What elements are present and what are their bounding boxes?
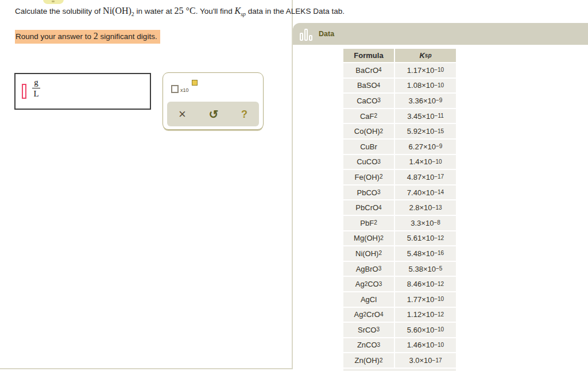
ksp-cell: 7.40×10−14 bbox=[395, 186, 456, 200]
formula-cell: PbCO3 bbox=[343, 186, 394, 200]
table-row: AgBrO35.38×10−5 bbox=[343, 262, 456, 276]
table-row: BaCrO41.17×10−10 bbox=[343, 63, 456, 78]
ksp-cell: 5.92×10−15 bbox=[395, 124, 456, 138]
scientific-notation-button[interactable]: x10 bbox=[170, 79, 198, 98]
ksp-cell: 4.87×10−17 bbox=[395, 170, 456, 184]
ksp-column-header: Ksp bbox=[395, 49, 456, 62]
formula-cell: Ni(OH)2 bbox=[343, 246, 394, 261]
base-box-icon bbox=[171, 85, 179, 93]
instruction-highlight: Round your answer to 2 significant digit… bbox=[15, 30, 160, 44]
data-tab-header[interactable]: Data bbox=[293, 23, 588, 45]
table-row: SrCO35.60×10−10 bbox=[343, 323, 456, 337]
ksp-cell: 1.77×10−10 bbox=[395, 292, 456, 307]
formula-cell: CaCO3 bbox=[343, 94, 394, 108]
formula-cell: Mg(OH)2 bbox=[343, 231, 394, 246]
text-segment: 2 bbox=[94, 31, 98, 41]
text-segment: Calculate the solubility of bbox=[15, 7, 103, 16]
palette-action-strip: × ↺ ? bbox=[167, 102, 259, 126]
ksp-cell: 1.08×10−10 bbox=[395, 79, 456, 93]
unit-denominator: L bbox=[32, 88, 40, 99]
ksp-cell: 3.3×10−8 bbox=[395, 216, 456, 230]
data-panel-body: FormulaKspBaCrO41.17×10−10BaSO41.08×10−1… bbox=[293, 45, 588, 371]
bar bbox=[300, 33, 303, 41]
sci-notation-label: x10 bbox=[180, 87, 189, 93]
table-row: CaCO33.36×10−9 bbox=[343, 94, 456, 108]
top-tab-fragment[interactable] bbox=[43, 0, 64, 4]
text-segment: . You'll find bbox=[196, 7, 235, 16]
bar bbox=[309, 35, 312, 41]
table-row: PbF23.3×10−8 bbox=[343, 216, 456, 230]
ksp-cell: 5.60×10−10 bbox=[395, 323, 456, 337]
ksp-cell: 2.8×10−13 bbox=[395, 200, 456, 215]
question-text: Calculate the solubility of Ni(OH)2 in w… bbox=[15, 4, 285, 18]
top-tab-icon bbox=[52, 1, 55, 2]
math-palette: x10 × ↺ ? bbox=[163, 72, 264, 130]
undo-button[interactable]: ↺ bbox=[204, 106, 223, 122]
ksp-cell: 5.61×10−12 bbox=[395, 231, 456, 246]
formula-cell: Fe(OH)2 bbox=[343, 170, 394, 184]
ksp-cell: 1.46×10−10 bbox=[395, 338, 456, 353]
formula-cell: ZnCO3 bbox=[343, 338, 394, 353]
text-segment: significant digits. bbox=[98, 32, 157, 41]
ksp-cell: 1.4×10−10 bbox=[395, 155, 456, 169]
question-pane: Calculate the solubility of Ni(OH)2 in w… bbox=[0, 0, 293, 369]
table-row: Zn(OH)23.0×10−17 bbox=[343, 353, 456, 368]
formula-cell: PbF2 bbox=[343, 216, 394, 230]
table-row: Fe(OH)24.87×10−17 bbox=[343, 170, 456, 184]
ksp-cell: 5.38×10−5 bbox=[395, 262, 456, 276]
formula-column-header: Formula bbox=[343, 49, 394, 62]
table-row: Ag2CO38.46×10−12 bbox=[343, 277, 456, 291]
table-row: Mg(OH)25.61×10−12 bbox=[343, 231, 456, 246]
table-row: CaF23.45×10−11 bbox=[343, 109, 456, 123]
ksp-cell: 3.45×10−11 bbox=[395, 109, 456, 123]
table-row: PbCO37.40×10−14 bbox=[343, 186, 456, 200]
unit-fraction: g L bbox=[32, 78, 40, 99]
text-segment: Ni(OH)2 bbox=[103, 6, 134, 16]
ksp-table: FormulaKspBaCrO41.17×10−10BaSO41.08×10−1… bbox=[343, 49, 456, 371]
data-panel: Data FormulaKspBaCrO41.17×10−10BaSO41.08… bbox=[293, 23, 588, 371]
table-row: AgCl1.77×10−10 bbox=[343, 292, 456, 307]
answer-input-box[interactable]: g L bbox=[14, 73, 151, 110]
table-row: PbCrO42.8×10−13 bbox=[343, 200, 456, 215]
formula-cell: CuBr bbox=[343, 140, 394, 154]
exponent-box-icon bbox=[192, 80, 198, 86]
table-header-row: FormulaKsp bbox=[343, 49, 456, 62]
text-segment: Ksp bbox=[235, 6, 246, 16]
ksp-cell: 1.17×10−10 bbox=[395, 63, 456, 78]
formula-cell: Ag2CrO4 bbox=[343, 308, 394, 322]
help-button[interactable]: ? bbox=[237, 107, 252, 122]
table-row: Ag2CrO41.12×10−12 bbox=[343, 308, 456, 322]
ksp-cell: 8.46×10−12 bbox=[395, 277, 456, 291]
bar bbox=[304, 29, 308, 41]
formula-cell: Zn(OH)2 bbox=[343, 353, 394, 368]
data-tab-title: Data bbox=[319, 30, 334, 38]
ksp-cell: 3.0×10−17 bbox=[395, 353, 456, 368]
formula-cell: CuCO3 bbox=[343, 155, 394, 169]
formula-cell: SrCO3 bbox=[343, 323, 394, 337]
table-row: Co(OH)25.92×10−15 bbox=[343, 124, 456, 138]
formula-cell: AgCl bbox=[343, 292, 394, 307]
table-row: CuCO31.4×10−10 bbox=[343, 155, 456, 169]
formula-cell: BaSO4 bbox=[343, 79, 394, 93]
answer-cursor-box bbox=[22, 84, 26, 99]
text-segment: data in the ALEKS Data tab. bbox=[246, 7, 345, 16]
table-row: ZnCO31.46×10−10 bbox=[343, 338, 456, 353]
unit-numerator: g bbox=[32, 78, 40, 88]
bar-chart-icon bbox=[300, 27, 312, 41]
table-row: CuBr6.27×10−9 bbox=[343, 140, 456, 154]
formula-cell: Ag2CO3 bbox=[343, 277, 394, 291]
ksp-cell: 3.36×10−9 bbox=[395, 94, 456, 108]
formula-cell: PbCrO4 bbox=[343, 200, 394, 215]
ksp-cell: 5.48×10−16 bbox=[395, 246, 456, 261]
table-row: Ni(OH)25.48×10−16 bbox=[343, 246, 456, 261]
clear-button[interactable]: × bbox=[174, 106, 191, 123]
text-segment: 25 °C bbox=[175, 6, 196, 16]
formula-cell: Co(OH)2 bbox=[343, 124, 394, 138]
ksp-cell: 1.12×10−12 bbox=[395, 308, 456, 322]
formula-cell: BaCrO4 bbox=[343, 63, 394, 78]
table-row: BaSO41.08×10−10 bbox=[343, 79, 456, 93]
text-segment: Round your answer to bbox=[16, 32, 94, 41]
ksp-cell: 6.27×10−9 bbox=[395, 140, 456, 154]
text-segment: in water at bbox=[134, 7, 175, 16]
formula-cell: AgBrO3 bbox=[343, 262, 394, 276]
